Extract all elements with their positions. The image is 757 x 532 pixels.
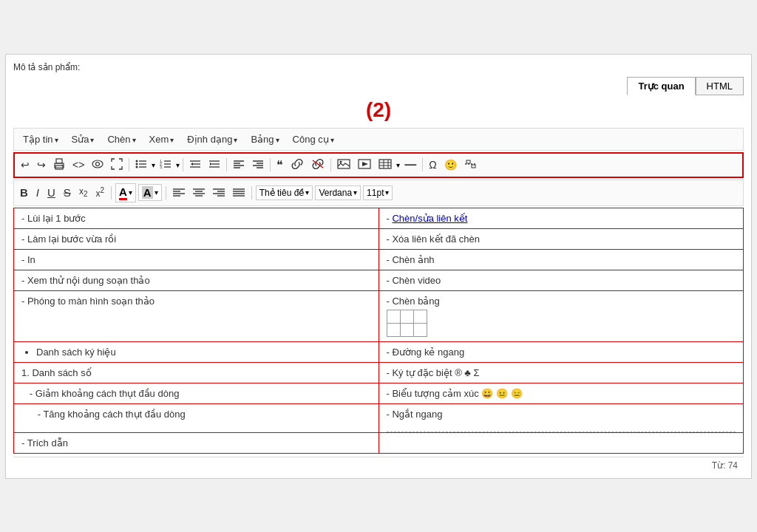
tab-visual[interactable]: Trực quan xyxy=(627,77,695,95)
row9-right xyxy=(378,432,744,453)
align-right-button[interactable] xyxy=(249,157,267,173)
font-dropdown[interactable]: Verdana ▾ xyxy=(315,185,361,200)
svg-point-6 xyxy=(136,163,138,165)
menu-xem[interactable]: Xem▾ xyxy=(143,132,180,147)
menu-congCu[interactable]: Công cụ▾ xyxy=(287,132,340,147)
svg-rect-42 xyxy=(466,160,470,163)
sep6 xyxy=(422,158,423,171)
blockquote-button[interactable]: ❝ xyxy=(274,157,286,174)
print-icon xyxy=(53,158,65,170)
bullets-icon xyxy=(135,159,147,169)
sep3 xyxy=(226,158,227,171)
row6-left: 1. Danh sách số xyxy=(14,362,379,383)
underline-button[interactable]: U xyxy=(44,185,58,200)
sep2 xyxy=(183,158,183,171)
mini-table-preview xyxy=(387,310,427,337)
font-arrow: ▾ xyxy=(353,188,357,197)
sua-arrow: ▾ xyxy=(90,136,94,144)
row8-left: - Tăng khoảng cách thụt đầu dòng xyxy=(14,403,379,432)
t2-align-justify-icon xyxy=(233,188,245,197)
hr-button[interactable]: — xyxy=(401,157,419,173)
special-char-button[interactable]: Ω xyxy=(426,157,439,172)
table-row: - In - Chèn ảnh xyxy=(14,249,744,270)
preview-icon xyxy=(92,159,103,169)
row7-right: - Biểu tượng cảm xúc 😀 😐 😑 xyxy=(378,383,744,403)
svg-rect-43 xyxy=(472,165,475,168)
subscript-button[interactable]: x2 xyxy=(76,185,91,200)
tab-html[interactable]: HTML xyxy=(696,77,744,95)
table-row: - Xem thử nội dung soạn thảo - Chèn vide… xyxy=(14,270,744,290)
unlink-icon xyxy=(311,159,325,169)
style-dropdown[interactable]: Thẻ tiêu đề ▾ xyxy=(256,185,313,200)
svg-point-4 xyxy=(96,162,100,166)
t2-align-right[interactable] xyxy=(210,185,228,200)
size-dropdown[interactable]: 11pt ▾ xyxy=(363,185,393,200)
svg-point-33 xyxy=(340,160,342,163)
pagebreak-button[interactable] xyxy=(461,157,481,173)
svg-marker-35 xyxy=(362,162,368,166)
bold-button[interactable]: B xyxy=(17,185,31,200)
taptin-arrow: ▾ xyxy=(55,136,58,144)
preview-button[interactable] xyxy=(89,157,106,173)
align-right-icon xyxy=(252,159,264,169)
image-button[interactable] xyxy=(334,157,353,173)
menu-sua[interactable]: Sửa▾ xyxy=(66,132,101,147)
font-color-arrow: ▾ xyxy=(129,188,132,197)
numbered-arrow[interactable]: ▾ xyxy=(176,161,180,169)
table-row: - Trích dẫn xyxy=(14,432,744,453)
row4-left: - Phóng to màn hình soạn thảo xyxy=(14,290,379,341)
table-insert-button[interactable] xyxy=(376,157,395,173)
table-arrow[interactable]: ▾ xyxy=(396,161,400,169)
menu-bang[interactable]: Bảng▾ xyxy=(245,132,285,147)
indent-button[interactable] xyxy=(206,157,223,173)
link-chenSuaLienKet[interactable]: Chèn/sửa liên kết xyxy=(392,213,467,224)
numbered-icon: 1. 2. 3. xyxy=(160,159,172,169)
redo-button[interactable]: ↪ xyxy=(34,157,49,172)
toolbar2: B I U S x2 x2 A ▾ A ▾ xyxy=(13,180,744,206)
sep1 xyxy=(129,158,129,171)
t2-align-left[interactable] xyxy=(170,185,188,200)
toolbar1: ↩ ↪ <> ▾ xyxy=(13,152,744,178)
style-arrow: ▾ xyxy=(305,188,309,197)
link-button[interactable] xyxy=(288,157,307,173)
print-button[interactable] xyxy=(50,157,68,174)
menu-taptin[interactable]: Tập tin▾ xyxy=(17,132,64,147)
outdent-button[interactable] xyxy=(186,157,204,173)
sep5 xyxy=(330,158,331,171)
editor-title: (2) xyxy=(13,98,744,122)
unlink-button[interactable] xyxy=(308,157,327,173)
table-row: - Giảm khoảng cách thụt đầu dòng - Biểu … xyxy=(14,383,744,403)
status-bar: Từ: 74 xyxy=(13,457,744,471)
menu-dinhDang[interactable]: Định dạng▾ xyxy=(181,132,243,147)
t2-align-center[interactable] xyxy=(190,185,208,200)
svg-point-5 xyxy=(136,160,138,162)
svg-rect-36 xyxy=(379,160,391,168)
fullscreen-button[interactable] xyxy=(108,157,126,174)
outdent-icon xyxy=(189,159,201,169)
emoji-toolbar-button[interactable]: 🙂 xyxy=(441,157,460,172)
menu-chen[interactable]: Chèn▾ xyxy=(101,132,141,147)
bullets-button[interactable] xyxy=(132,157,150,173)
indent-icon xyxy=(208,159,220,169)
row3-left: - Xem thử nội dung soạn thảo xyxy=(14,270,379,290)
numbered-button[interactable]: 1. 2. 3. xyxy=(157,157,174,173)
svg-point-3 xyxy=(92,160,103,168)
highlight-arrow: ▾ xyxy=(155,188,158,197)
media-button[interactable] xyxy=(355,157,374,173)
chen-arrow: ▾ xyxy=(132,136,136,144)
superscript-button[interactable]: x2 xyxy=(92,185,107,200)
bullets-arrow[interactable]: ▾ xyxy=(152,161,155,169)
strikethrough-button[interactable]: S xyxy=(61,185,74,200)
code-view-button[interactable]: <> xyxy=(69,157,87,172)
align-left-button[interactable] xyxy=(230,157,248,173)
highlight-dropdown[interactable]: A ▾ xyxy=(138,184,162,201)
table-row: - Làm lại bước vừa rồi - Xóa liên kết đã… xyxy=(14,228,744,249)
table-row: - Phóng to màn hình soạn thảo - Chèn bản… xyxy=(14,290,744,341)
font-color-dropdown[interactable]: A ▾ xyxy=(115,183,136,202)
t2-align-justify[interactable] xyxy=(230,185,248,200)
sep-t2-3 xyxy=(251,186,252,200)
row0-left: - Lùi lại 1 bước xyxy=(14,208,379,228)
italic-button[interactable]: I xyxy=(33,185,42,200)
svg-rect-1 xyxy=(56,159,62,163)
undo-button[interactable]: ↩ xyxy=(18,157,33,172)
